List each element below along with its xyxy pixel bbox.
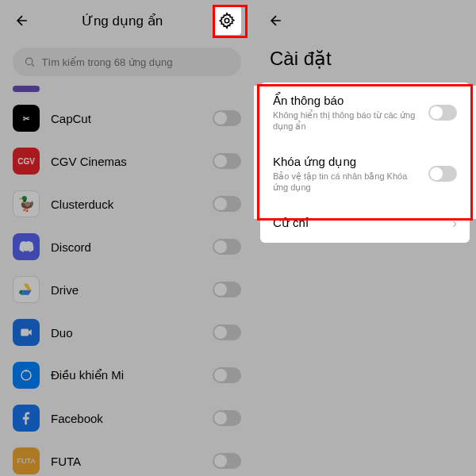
list-item[interactable]: 🦆 Clusterduck — [13, 182, 241, 225]
back-button[interactable] — [13, 11, 32, 30]
app-icon-discord — [13, 233, 40, 260]
list-item[interactable]: FUTA FUTA — [13, 440, 241, 476]
app-icon-futa: FUTA — [13, 447, 40, 474]
toggle[interactable] — [213, 196, 241, 212]
app-icon-mi — [13, 362, 40, 389]
svg-rect-4 — [25, 370, 28, 371]
toggle[interactable] — [213, 367, 241, 383]
page-title: Ứng dụng ẩn — [32, 13, 213, 29]
list-item[interactable]: Discord — [13, 225, 241, 268]
list-item[interactable]: Duo — [13, 311, 241, 354]
search-bar[interactable] — [13, 48, 241, 76]
list-item[interactable]: ✂ CapCut — [13, 97, 241, 140]
partial-app-icon — [13, 86, 40, 92]
app-icon-drive — [13, 276, 40, 303]
gear-icon — [218, 12, 236, 29]
settings-row-applock[interactable]: Khóa ứng dụng Bảo vệ tập tin cá nhân bằn… — [260, 144, 470, 205]
right-header — [254, 0, 476, 41]
list-item[interactable]: Drive — [13, 268, 241, 311]
toggle[interactable] — [213, 453, 241, 469]
settings-card: Ẩn thông báo Không hiển thị thông báo từ… — [260, 83, 470, 243]
svg-point-1 — [25, 58, 33, 65]
app-icon-cgv: CGV — [13, 148, 40, 175]
toggle[interactable] — [428, 105, 457, 121]
svg-rect-2 — [21, 329, 29, 336]
app-list: ✂ CapCut CGV CGV Cinemas 🦆 Clusterduck D… — [0, 86, 254, 476]
chevron-right-icon: › — [452, 215, 457, 232]
toggle[interactable] — [213, 110, 241, 126]
toggle[interactable] — [213, 153, 241, 169]
toggle[interactable] — [213, 410, 241, 426]
dim-overlay-bottom — [254, 219, 476, 476]
settings-title: Cài đặt — [254, 41, 476, 83]
toggle[interactable] — [213, 324, 241, 340]
search-input[interactable] — [42, 56, 230, 68]
left-header: Ứng dụng ẩn — [0, 0, 254, 41]
app-icon-duo — [13, 319, 40, 346]
toggle[interactable] — [428, 166, 457, 182]
app-icon-clusterduck: 🦆 — [13, 190, 40, 217]
back-button[interactable] — [267, 11, 286, 30]
toggle[interactable] — [213, 239, 241, 255]
right-panel: Cài đặt Ẩn thông báo Không hiển thị thôn… — [254, 0, 476, 476]
left-panel: Ứng dụng ẩn ✂ CapCut CGV CGV Cinemas 🦆 C… — [0, 0, 254, 476]
app-icon-capcut: ✂ — [13, 105, 40, 132]
settings-button[interactable] — [213, 6, 241, 35]
app-icon-facebook — [13, 405, 40, 432]
list-item[interactable]: Facebook — [13, 397, 241, 440]
settings-row-gesture[interactable]: Cử chỉ › — [260, 204, 470, 243]
list-item[interactable]: Điều khiển Mi — [13, 354, 241, 397]
search-icon — [24, 56, 36, 68]
list-item[interactable]: CGV CGV Cinemas — [13, 140, 241, 182]
svg-point-0 — [225, 18, 229, 23]
settings-row-notifications[interactable]: Ẩn thông báo Không hiển thị thông báo từ… — [260, 83, 470, 144]
toggle[interactable] — [213, 282, 241, 298]
svg-point-3 — [21, 370, 31, 380]
